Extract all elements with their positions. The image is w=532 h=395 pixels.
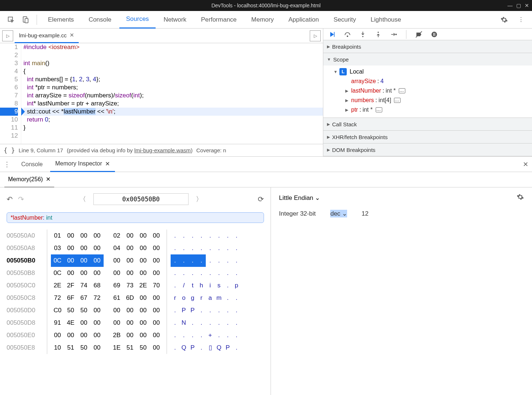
close-icon[interactable]: ✕	[105, 160, 110, 167]
window-close-icon[interactable]: ✕	[525, 3, 529, 8]
panel-breakpoints[interactable]: ▶Breakpoints	[323, 40, 532, 53]
svg-rect-10	[434, 33, 434, 36]
drawer-close-icon[interactable]: ✕	[523, 160, 528, 168]
panel-xhr-breakpoints[interactable]: ▶XHR/fetch Breakpoints	[323, 131, 532, 143]
interpreter-settings-icon[interactable]	[517, 193, 524, 202]
window-titlebar: DevTools - localhost:4000/lmi-bug-exampl…	[0, 0, 532, 11]
hex-dump[interactable]: 005050A00100000002000000........005050A8…	[7, 230, 264, 354]
redo-icon: ↷	[18, 195, 24, 204]
memory-instance-tab[interactable]: Memory(256) ✕	[4, 172, 54, 187]
chevron-down-icon: ⌄	[315, 194, 320, 201]
memory-icon[interactable]	[394, 98, 401, 103]
address-input[interactable]	[93, 193, 189, 205]
value-interpreter: Little Endian ⌄ Integer 32-bit dec⌄ 12	[271, 187, 532, 395]
window-title: DevTools - localhost:4000/lmi-bug-exampl…	[211, 3, 320, 8]
memory-icon[interactable]	[376, 107, 382, 112]
tab-network[interactable]: Network	[157, 11, 193, 29]
tab-application[interactable]: Application	[282, 11, 325, 29]
deactivate-breakpoints-button[interactable]	[414, 30, 423, 39]
endian-select[interactable]: Little Endian ⌄	[279, 194, 320, 202]
interp-value: 12	[362, 210, 369, 217]
run-snippet-icon[interactable]: ▷	[310, 30, 321, 41]
debugger-toolbar	[323, 29, 532, 40]
highlight-chip[interactable]: *lastNumber: int	[7, 212, 264, 223]
interp-type: Integer 32-bit	[279, 210, 316, 217]
source-file-tab[interactable]: lmi-bug-example.cc ✕	[15, 29, 79, 43]
drawer-tab-memory-inspector[interactable]: Memory Inspector ✕	[50, 157, 115, 172]
svg-rect-2	[25, 18, 28, 23]
step-over-button[interactable]	[343, 30, 352, 39]
line-gutter: 1234 5678 9101112	[0, 43, 21, 144]
svg-rect-11	[435, 33, 435, 36]
scope-local[interactable]: ▼LLocal	[334, 67, 532, 77]
pretty-print-icon[interactable]: { }	[4, 147, 15, 154]
svg-point-4	[347, 36, 348, 37]
hex-viewer: ↶ ↷ 〈 〉 ⟳ *lastNumber: int 005050A001000…	[0, 187, 271, 395]
tab-elements[interactable]: Elements	[41, 11, 81, 29]
code-editor[interactable]: 1234 5678 9101112 #include <iostream> in…	[0, 43, 323, 144]
step-into-button[interactable]	[358, 30, 367, 39]
divider	[37, 15, 37, 25]
source-file-name: lmi-bug-example.cc	[19, 32, 67, 38]
close-icon[interactable]: ✕	[70, 32, 74, 38]
prev-page-icon[interactable]: 〈	[77, 195, 88, 204]
cursor-position: Line 9, Column 17	[19, 147, 63, 153]
pause-on-exceptions-button[interactable]	[430, 30, 439, 39]
svg-rect-3	[334, 32, 335, 37]
svg-point-9	[432, 31, 437, 37]
resume-button[interactable]	[328, 30, 336, 39]
panel-callstack[interactable]: ▶Call Stack	[323, 118, 532, 130]
tab-memory[interactable]: Memory	[245, 11, 280, 29]
tab-performance[interactable]: Performance	[194, 11, 243, 29]
memory-instance-tabs: Memory(256) ✕	[0, 172, 532, 187]
svg-point-7	[395, 34, 397, 35]
close-icon[interactable]: ✕	[46, 176, 51, 183]
drawer-tab-bar: ⋮ Console Memory Inspector ✕ ✕	[0, 157, 532, 172]
panel-scope[interactable]: ▼Scope	[323, 53, 532, 66]
drawer-menu-icon[interactable]: ⋮	[4, 160, 10, 168]
scope-var-lastNumber[interactable]: ▶lastNumber: int *	[334, 86, 532, 96]
tab-sources[interactable]: Sources	[119, 11, 155, 29]
tab-security[interactable]: Security	[327, 11, 362, 29]
more-menu-icon[interactable]: ⋮	[514, 13, 528, 26]
source-tabs: ▷ lmi-bug-example.cc ✕ ▷	[0, 29, 323, 43]
main-tab-bar: Elements Console Sources Network Perform…	[0, 11, 532, 29]
interp-format-select[interactable]: dec⌄	[330, 210, 347, 217]
scope-var-ptr[interactable]: ▶ptr: int *	[334, 105, 532, 115]
scope-var-numbers[interactable]: ▶numbers: int[4]	[334, 96, 532, 105]
settings-gear-icon[interactable]	[498, 13, 511, 26]
window-minimize-icon[interactable]: —	[507, 3, 513, 8]
coverage-label: Coverage: n	[196, 147, 226, 153]
svg-point-6	[377, 31, 379, 33]
debug-source-link[interactable]: lmi-bug-example.wasm	[134, 147, 191, 153]
window-maximize-icon[interactable]: ▢	[516, 3, 521, 8]
panel-dom-breakpoints[interactable]: ▶DOM Breakpoints	[323, 144, 532, 156]
tab-console[interactable]: Console	[82, 11, 118, 29]
undo-icon[interactable]: ↶	[7, 195, 13, 204]
navigator-toggle-icon[interactable]: ▷	[2, 30, 13, 41]
svg-point-5	[362, 36, 363, 37]
step-out-button[interactable]	[374, 30, 383, 39]
tab-lighthouse[interactable]: Lighthouse	[364, 11, 408, 29]
editor-status-bar: { } Line 9, Column 17 (provided via debu…	[0, 144, 323, 156]
device-toggle-icon[interactable]	[19, 13, 32, 26]
refresh-icon[interactable]: ⟳	[258, 195, 264, 204]
memory-icon[interactable]	[399, 88, 405, 93]
chevron-down-icon: ⌄	[342, 210, 347, 217]
drawer-tab-console[interactable]: Console	[16, 157, 48, 172]
svg-rect-0	[8, 17, 13, 21]
inspect-element-icon[interactable]	[4, 13, 18, 26]
scope-var-arraySize[interactable]: arraySize: 4	[334, 77, 532, 86]
next-page-icon[interactable]: 〉	[194, 195, 205, 204]
step-button[interactable]	[389, 30, 398, 39]
